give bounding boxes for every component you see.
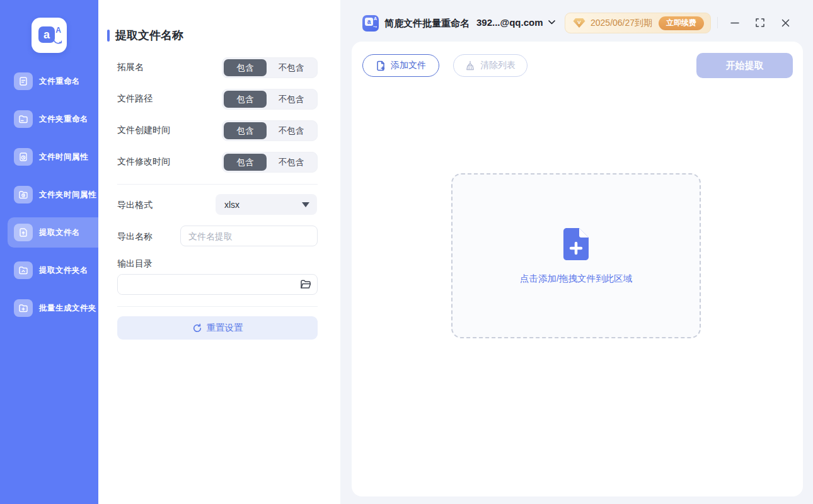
extension-label: 拓展名 [117, 62, 144, 73]
folder-time-icon [14, 186, 33, 203]
page-title: 提取文件名称 [115, 28, 183, 43]
file-rename-icon [14, 72, 33, 90]
reset-icon [192, 323, 202, 333]
extension-toggle: 包含 不包含 [222, 57, 318, 78]
extension-exclude-option[interactable]: 不包含 [267, 59, 316, 76]
license-expiry: 2025/06/27到期 [591, 18, 652, 29]
sidebar-item-batch-create-folder[interactable]: 批量生成文件夹 [8, 293, 98, 323]
divider [117, 306, 318, 307]
mini-A-glyph: A [374, 16, 377, 21]
clear-list-button[interactable]: 清除列表 [453, 54, 528, 77]
file-list-card: 添加文件 清除列表 开始提取 点击添加/拖拽文件到此区域 [352, 42, 803, 496]
sidebar-item-file-rename[interactable]: 文件重命名 [8, 66, 98, 96]
reset-settings-label: 重置设置 [207, 322, 243, 334]
filepath-toggle: 包含 不包含 [222, 89, 318, 110]
output-dir-field [117, 274, 318, 295]
export-name-input[interactable] [180, 226, 318, 246]
output-dir-input[interactable] [118, 275, 294, 294]
account-dropdown[interactable]: 392...@qq.com [476, 17, 555, 28]
window-controls-divider [717, 17, 718, 28]
add-files-label: 添加文件 [391, 60, 426, 71]
close-icon [781, 19, 790, 27]
extract-filename-icon [14, 224, 33, 241]
dropzone-hint: 点击添加/拖拽文件到此区域 [520, 273, 632, 285]
sidebar-item-file-time[interactable]: 文件时间属性 [8, 142, 98, 172]
modified-time-include-option[interactable]: 包含 [224, 154, 267, 171]
divider [117, 184, 318, 185]
created-time-exclude-option[interactable]: 不包含 [267, 122, 316, 139]
mini-arrow-glyph: ↪ [373, 25, 377, 30]
export-format-select[interactable]: xlsx [216, 194, 317, 215]
filepath-exclude-option[interactable]: 不包含 [267, 91, 316, 108]
logo-A-glyph: A [55, 26, 61, 35]
app-title: 简鹿文件批量重命名 [384, 18, 470, 30]
add-file-icon [561, 227, 591, 261]
file-dropzone[interactable]: 点击添加/拖拽文件到此区域 [451, 173, 701, 338]
export-format-label: 导出格式 [117, 200, 153, 211]
sidebar-item-folder-time[interactable]: 文件夹时间属性 [8, 180, 98, 210]
chevron-down-icon [302, 202, 309, 207]
file-plus-icon [376, 60, 386, 71]
sidebar-item-label: 文件时间属性 [39, 152, 88, 163]
filepath-include-option[interactable]: 包含 [224, 91, 267, 108]
created-time-include-option[interactable]: 包含 [224, 122, 267, 139]
add-files-button[interactable]: 添加文件 [362, 54, 439, 77]
logo-arrow-icon [54, 40, 62, 46]
app-mini-icon: a A ↪ [362, 15, 379, 32]
settings-panel: 提取文件名称 拓展名 包含 不包含 文件路径 包含 不包含 文件创建时间 包含 … [98, 0, 340, 504]
app-window: a A 文件重命名 [0, 0, 813, 504]
broom-icon [465, 60, 475, 71]
maximize-icon [756, 18, 764, 27]
file-time-icon [14, 148, 33, 166]
export-format-value: xlsx [224, 200, 239, 210]
sidebar-item-label: 文件夹时间属性 [39, 190, 96, 200]
app-logo: a A [32, 18, 67, 53]
extract-foldername-icon [14, 261, 33, 279]
created-time-label: 文件创建时间 [117, 125, 170, 136]
maximize-button[interactable] [752, 15, 768, 30]
modified-time-toggle: 包含 不包含 [222, 152, 318, 173]
modified-time-label: 文件修改时间 [117, 156, 170, 168]
batch-create-folder-icon [14, 299, 33, 317]
vip-diamond-icon: V [573, 18, 585, 28]
export-name-label: 导出名称 [117, 231, 153, 243]
modified-time-exclude-option[interactable]: 不包含 [267, 154, 316, 171]
sidebar-item-folder-rename[interactable]: 文件夹重命名 [8, 104, 98, 134]
extension-include-option[interactable]: 包含 [224, 59, 267, 76]
minimize-button[interactable] [727, 15, 742, 30]
created-time-toggle: 包含 不包含 [222, 120, 318, 141]
mini-a-glyph: a [365, 18, 373, 26]
sidebar-item-extract-foldername[interactable]: 提取文件夹名 [8, 255, 98, 285]
sidebar-nav: 文件重命名 文件夹重命名 文件时间属性 [0, 66, 98, 331]
sidebar-item-label: 批量生成文件夹 [39, 303, 96, 314]
sidebar-item-extract-filename[interactable]: 提取文件名 [8, 217, 98, 248]
sidebar-item-label: 提取文件名 [39, 227, 80, 238]
sidebar-item-label: 提取文件夹名 [39, 265, 88, 276]
clear-list-label: 清除列表 [480, 60, 516, 71]
account-email: 392...@qq.com [476, 17, 543, 28]
title-accent-bar [107, 30, 110, 42]
panel-title: 提取文件名称 [107, 28, 183, 43]
output-dir-label: 输出目录 [117, 258, 153, 270]
renew-button[interactable]: 立即续费 [659, 16, 704, 30]
minimize-icon [730, 18, 739, 27]
sidebar: a A 文件重命名 [0, 0, 98, 504]
folder-rename-icon [14, 110, 33, 128]
sidebar-item-label: 文件重命名 [39, 76, 80, 87]
sidebar-item-label: 文件夹重命名 [39, 114, 88, 125]
reset-settings-button[interactable]: 重置设置 [117, 316, 318, 340]
start-extract-button[interactable]: 开始提取 [696, 53, 793, 78]
folder-picker-icon[interactable] [300, 279, 311, 292]
logo-a-glyph: a [38, 26, 55, 43]
filepath-label: 文件路径 [117, 93, 153, 105]
chevron-down-icon [548, 20, 555, 25]
svg-text:V: V [577, 20, 581, 25]
close-button[interactable] [778, 15, 793, 30]
license-banner: V 2025/06/27到期 立即续费 [565, 13, 711, 33]
